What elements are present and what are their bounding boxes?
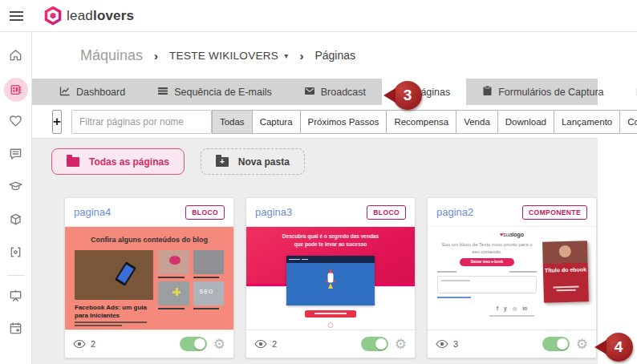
heart-icon (8, 113, 23, 131)
card-footer: 3 ⚙ (428, 330, 596, 358)
thumb-blog-heading: Confira alguns conteúdos do blog (75, 236, 224, 244)
folder-label: Todas as páginas (89, 156, 169, 168)
all-pages-folder-button[interactable]: Todas as páginas (51, 148, 185, 175)
page-name-link[interactable]: pagina2 (436, 206, 473, 218)
sidebar-divider (7, 275, 25, 276)
breadcrumb-machines[interactable]: Máquinas (80, 47, 143, 64)
page-card-pagina2: pagina2 COMPONENTE ♥sualogo Sou um bloco… (427, 197, 597, 358)
list-icon (157, 86, 168, 99)
tab-label: Formulários de Captura (498, 87, 603, 98)
card-header: pagina2 COMPONENTE (428, 198, 596, 227)
page-type-badge: BLOCO (185, 205, 225, 220)
page-type-filter-group: Todas Captura Próximos Passos Recompensa… (212, 110, 637, 134)
page-name-link[interactable]: pagina3 (255, 206, 292, 218)
filter-chip-download[interactable]: Download (497, 110, 554, 134)
twitter-icon: y (504, 305, 507, 312)
sidebar-item-machines[interactable] (0, 73, 32, 106)
thumb-intro-text: Sou um bloco de Texto novo pronto para o… (437, 241, 537, 255)
tab-broadcast[interactable]: Broadcast (288, 79, 382, 105)
page-type-badge: BLOCO (367, 205, 406, 220)
funnel-icon (8, 245, 23, 263)
tab-label: Broadcast (321, 87, 366, 98)
sidebar-item-funnel[interactable] (0, 237, 32, 270)
card-header: pagina3 BLOCO (246, 198, 415, 227)
filter-chip-venda[interactable]: Venda (456, 110, 498, 134)
breadcrumb-pages: Páginas (314, 49, 355, 62)
page-thumbnail[interactable]: ♥sualogo Sou um bloco de Texto novo pron… (428, 227, 596, 330)
thumb-link-line (437, 297, 471, 298)
pages-content-area: Todas as páginas Nova pasta pagina4 BLOC… (32, 139, 598, 364)
thumb-headline: Descubra qual é o segredo das vendas que… (278, 227, 383, 249)
instagram-icon: ◎ (513, 305, 517, 312)
filter-bar: + Todas Captura Próximos Passos Recompen… (32, 105, 598, 139)
eye-icon (254, 339, 267, 349)
card-footer: 2 ⚙ (65, 330, 233, 358)
filter-chip-recompensa[interactable]: Recompensa (386, 110, 456, 134)
gear-icon[interactable]: ⚙ (213, 338, 225, 351)
page-name-link[interactable]: pagina4 (74, 206, 111, 218)
card-footer: 2 ⚙ (246, 330, 415, 358)
page-active-toggle[interactable] (180, 337, 207, 351)
linkedin-icon: in (522, 305, 527, 312)
page-card-pagina4: pagina4 BLOCO Confira alguns conteúdos d… (64, 197, 234, 358)
chevron-right-icon: › (154, 49, 158, 63)
filter-pages-input[interactable] (71, 110, 212, 134)
brand-lovers: lovers (93, 8, 134, 23)
tab-popups[interactable]: Popups (620, 79, 637, 105)
sidebar-item-presentation[interactable] (0, 281, 32, 313)
add-page-button[interactable]: + (52, 110, 62, 134)
sidebar-item-products[interactable] (0, 204, 32, 237)
tab-capture-forms[interactable]: Formulários de Captura (466, 79, 619, 105)
views-count: 3 (453, 339, 458, 349)
filter-chip-todas[interactable]: Todas (212, 110, 253, 134)
thumb-featured-image (75, 250, 153, 300)
filter-chip-complementares[interactable]: Complementares (619, 110, 637, 134)
leadlovers-app: leadlovers (0, 0, 637, 364)
filter-chip-proximos-passos[interactable]: Próximos Passos (300, 110, 387, 134)
filter-chip-captura[interactable]: Captura (252, 110, 301, 134)
hamburger-menu-icon[interactable] (0, 0, 32, 32)
graduation-cap-icon (8, 179, 23, 197)
page-thumbnail[interactable]: Descubra qual é o segredo das vendas que… (246, 227, 415, 330)
top-bar: leadlovers (0, 0, 637, 32)
tab-email-sequence[interactable]: Sequência de E-mails (141, 79, 288, 105)
thumb-comment-box (437, 276, 537, 293)
thumb-download-button: Baixar meu e-book (460, 258, 514, 266)
filter-chip-lancamento[interactable]: Lançamento (554, 110, 620, 134)
tab-dashboard[interactable]: Dashboard (43, 79, 141, 105)
page-type-badge: COMPONENTE (522, 205, 587, 220)
annotation-step-4: 4 (604, 333, 633, 362)
facebook-icon: f (497, 305, 498, 312)
page-active-toggle[interactable] (361, 337, 388, 351)
thumb-article-grid (158, 250, 224, 326)
page-thumbnail[interactable]: Confira alguns conteúdos do blog Faceboo… (65, 227, 233, 330)
tab-label: Dashboard (76, 87, 125, 98)
new-folder-button[interactable]: Nova pasta (201, 148, 305, 175)
eye-icon (73, 339, 86, 349)
views-counter: 2 (254, 339, 277, 349)
gear-icon[interactable]: ⚙ (395, 338, 407, 351)
sidebar-item-feedback[interactable] (0, 139, 32, 172)
views-counter: 3 (436, 339, 458, 349)
views-count: 2 (91, 339, 95, 349)
sidebar-item-home[interactable] (0, 40, 32, 73)
tab-label: Sequência de E-mails (174, 87, 272, 98)
leadlovers-logo: leadlovers (43, 6, 134, 26)
gear-icon[interactable]: ⚙ (576, 338, 588, 351)
thumb-video-player (286, 256, 375, 305)
page-active-toggle[interactable] (542, 337, 570, 351)
leadlovers-logo-icon (43, 6, 63, 26)
envelope-icon (304, 86, 315, 99)
page-card-pagina3: pagina3 BLOCO Descubra qual é o segredo … (245, 197, 416, 358)
thumb-cta-button (305, 310, 356, 317)
sidebar-item-academy[interactable] (0, 172, 32, 204)
thumb-social-icons: f y ◎ in (428, 305, 596, 312)
sidebar-item-calendar[interactable] (0, 313, 32, 346)
sidebar-item-favorites[interactable] (0, 106, 32, 139)
chevron-down-icon: ▾ (284, 51, 288, 60)
thumb-logo: ♥sualogo (428, 232, 596, 237)
machine-selector[interactable]: TESTE WIKILOVERS ▾ (169, 50, 288, 62)
chart-line-icon (59, 86, 71, 99)
folder-icon (67, 157, 79, 167)
chevron-right-icon: › (299, 49, 303, 63)
